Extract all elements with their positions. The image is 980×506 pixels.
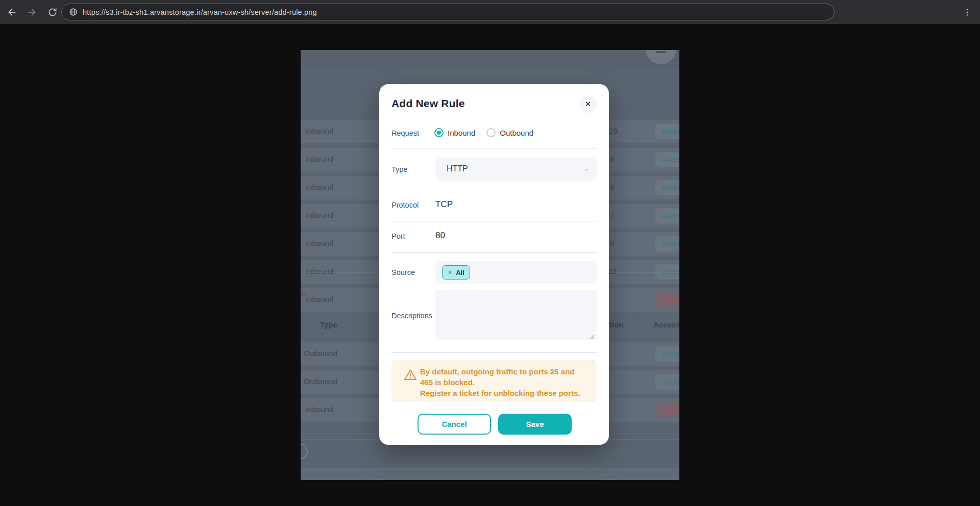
access-badge: Access	[655, 208, 679, 223]
cell-direction: Inbound	[306, 295, 333, 303]
column-header-access: Access	[653, 320, 679, 329]
table-top-band	[301, 50, 679, 69]
close-icon: ✕	[585, 99, 592, 109]
cell-destination: 9	[610, 155, 614, 163]
radio-unselected-icon	[486, 128, 496, 137]
access-badge: Unaccess	[655, 292, 679, 308]
port-value: 80	[435, 231, 445, 241]
type-select[interactable]: HTTP	[435, 157, 597, 181]
warning-triangle-icon	[404, 369, 417, 381]
cell-direction: Outbound	[304, 377, 337, 386]
kebab-menu-icon	[963, 8, 972, 17]
port-label: Port	[391, 232, 405, 240]
warning-line-1: By default, outgoing traffic to ports 25…	[420, 366, 584, 388]
access-badge: Access	[655, 236, 679, 251]
modal-title: Add New Rule	[391, 97, 465, 110]
back-button[interactable]	[3, 4, 20, 21]
access-badge: Access	[655, 152, 679, 167]
cell-destination: 9	[610, 183, 614, 191]
column-header-type: Type	[320, 320, 337, 329]
divider	[391, 187, 597, 187]
url-text: https://s3.ir-tbz-sh1.arvanstorage.ir/ar…	[83, 8, 317, 16]
request-label: Request	[391, 129, 419, 137]
radio-option-inbound[interactable]: Inbound	[434, 128, 475, 137]
cell-destination: 7	[610, 211, 614, 219]
access-badge: Access	[655, 374, 679, 390]
close-button[interactable]: ✕	[579, 95, 597, 113]
type-selected-value: HTTP	[447, 164, 468, 173]
access-badge: Access	[655, 346, 679, 362]
globe-icon	[69, 8, 78, 16]
radio-option-outbound[interactable]: Outbound	[486, 128, 533, 137]
protocol-label: Protocol	[391, 201, 419, 209]
cell-destination: 22	[608, 267, 617, 275]
cell-direction: Inbound	[306, 127, 333, 135]
clipped-pagination-circle	[301, 443, 308, 460]
radio-label: Inbound	[448, 129, 475, 137]
column-header-destination: tion	[609, 320, 624, 329]
access-badge: Access	[655, 180, 679, 195]
tag-label: All	[456, 269, 464, 276]
warning-text: By default, outgoing traffic to ports 25…	[420, 366, 584, 398]
access-badge: Unaccess	[655, 402, 679, 418]
resize-handle-icon[interactable]	[589, 333, 595, 339]
cell-direction: Inbound	[306, 405, 333, 414]
radio-label: Outbound	[500, 129, 533, 137]
cell-direction: Outbound	[304, 349, 337, 358]
protocol-value: TCP	[435, 199, 453, 210]
access-badge: Access	[655, 124, 679, 139]
source-tag-all: ✕ All	[442, 265, 470, 280]
chevron-down-icon	[585, 167, 589, 171]
type-label: Type	[391, 165, 407, 173]
divider	[391, 352, 597, 353]
back-icon	[6, 7, 17, 18]
source-input[interactable]: ✕ All	[435, 261, 597, 284]
browser-toolbar: https://s3.ir-tbz-sh1.arvanstorage.ir/ar…	[0, 0, 980, 24]
divider	[391, 148, 597, 148]
cancel-button[interactable]: Cancel	[418, 414, 491, 435]
reload-icon	[47, 7, 58, 17]
clipped-section-text: n	[302, 289, 306, 297]
add-rule-modal: Add New Rule ✕ Request Inbound Outbound …	[379, 84, 609, 445]
source-label: Source	[391, 268, 415, 276]
radio-selected-icon	[434, 128, 444, 137]
cell-direction: Inbound	[306, 183, 333, 191]
cell-direction: Inbound	[306, 211, 333, 219]
cell-direction: Inbound	[306, 239, 333, 247]
table-bottom-band	[301, 469, 679, 480]
divider	[391, 221, 597, 221]
descriptions-textarea[interactable]	[435, 290, 597, 340]
save-button[interactable]: Save	[498, 414, 572, 435]
access-badge: Access	[655, 264, 679, 280]
remove-tag-icon[interactable]: ✕	[448, 269, 452, 276]
dimmed-icon	[656, 51, 666, 53]
address-bar[interactable]: https://s3.ir-tbz-sh1.arvanstorage.ir/ar…	[61, 4, 835, 20]
reload-button[interactable]	[44, 4, 61, 21]
request-radio-group: Inbound Outbound	[434, 128, 533, 137]
browser-menu-button[interactable]	[959, 4, 976, 21]
forward-icon	[27, 7, 38, 18]
cell-direction: Inbound	[306, 155, 333, 163]
descriptions-label: Descriptions	[391, 312, 432, 320]
divider	[391, 252, 597, 252]
cell-destination: 8	[610, 239, 614, 247]
cell-direction: Inbound	[306, 267, 333, 275]
forward-button[interactable]	[23, 4, 41, 21]
warning-line-2: Register a ticket for unblocking these p…	[420, 388, 584, 398]
warning-box: By default, outgoing traffic to ports 25…	[391, 360, 597, 402]
